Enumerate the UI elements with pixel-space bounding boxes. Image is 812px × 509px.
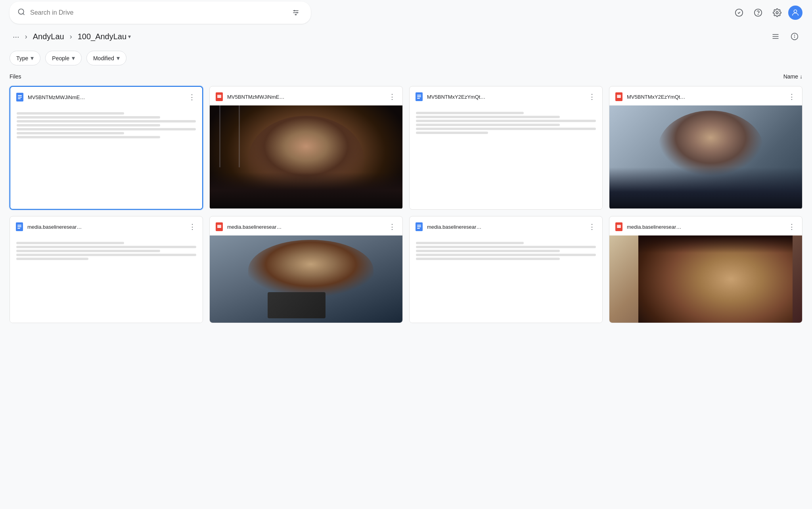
doc-line — [416, 132, 488, 134]
breadcrumb-current-folder[interactable]: 100_AndyLau ▾ — [75, 31, 134, 43]
file-card-4[interactable]: MV5BNTMxY2EzYmQt… ⋮ — [609, 86, 802, 210]
help-button[interactable] — [750, 5, 766, 21]
svg-rect-20 — [18, 95, 22, 96]
header — [0, 0, 812, 25]
file-card-7[interactable]: media.baselineresear… ⋮ — [409, 216, 603, 323]
file-card-3[interactable]: MV5BNTMxY2EzYmQt… ⋮ — [409, 86, 603, 210]
doc-line — [16, 242, 124, 244]
doc-line — [16, 254, 196, 256]
people-filter-label: People — [52, 55, 69, 61]
svg-rect-36 — [17, 228, 20, 229]
file-6-menu-button[interactable]: ⋮ — [387, 221, 398, 232]
files-header: Files Name ↓ — [10, 73, 802, 80]
files-grid: MV5BNTMzMWJiNmE… ⋮ MV5BNTM — [10, 86, 802, 323]
file-4-name: MV5BNTMxY2EzYmQt… — [627, 94, 783, 100]
file-1-name: MV5BNTMzMWJiNmE… — [28, 94, 183, 100]
doc-line — [416, 128, 596, 130]
svg-rect-42 — [417, 226, 421, 227]
file-2-menu-button[interactable]: ⋮ — [387, 91, 398, 102]
file-card-1-header: MV5BNTMzMWJiNmE… ⋮ — [10, 87, 202, 106]
file-card-5-header: media.baselineresear… ⋮ — [10, 216, 203, 235]
search-input[interactable] — [30, 9, 284, 16]
sort-button[interactable]: Name ↓ — [783, 73, 802, 80]
doc-line — [416, 116, 560, 118]
type-filter-chip[interactable]: Type ▾ — [10, 51, 40, 65]
image-icon — [214, 92, 224, 101]
breadcrumb-bar: ··· › AndyLau › 100_AndyLau ▾ — [0, 25, 812, 48]
doc-line — [416, 112, 524, 114]
modified-filter-arrow: ▾ — [117, 54, 120, 62]
file-3-menu-button[interactable]: ⋮ — [586, 91, 598, 102]
doc-line — [17, 136, 160, 138]
check-circle-button[interactable] — [731, 5, 747, 21]
account-avatar[interactable] — [788, 6, 802, 20]
docs-icon-3 — [414, 92, 424, 101]
svg-line-1 — [23, 13, 25, 15]
svg-rect-21 — [18, 97, 22, 98]
file-5-menu-button[interactable]: ⋮ — [187, 221, 198, 232]
docs-icon-5 — [15, 222, 24, 232]
file-card-2-header: MV5BNTMzMWJiNmE… ⋮ — [210, 86, 402, 105]
file-2-name: MV5BNTMzMWJiNmE… — [227, 94, 383, 100]
file-3-name: MV5BNTMxY2EzYmQt… — [427, 94, 583, 100]
svg-rect-41 — [417, 225, 421, 226]
doc-line — [17, 112, 124, 115]
file-7-name: media.baselineresear… — [427, 224, 583, 230]
settings-button[interactable] — [769, 5, 785, 21]
people-filter-arrow: ▾ — [72, 54, 75, 62]
modified-filter-chip[interactable]: Modified ▾ — [86, 51, 126, 65]
type-filter-label: Type — [16, 55, 28, 61]
file-card-8-header: media.baselineresear… ⋮ — [609, 216, 802, 235]
doc-line — [416, 120, 596, 122]
files-section: Files Name ↓ MV5BNTMzMWJiNmE… ⋮ — [0, 70, 812, 326]
type-filter-arrow: ▾ — [31, 54, 34, 62]
doc-line — [17, 120, 196, 122]
file-card-8[interactable]: media.baselineresear… ⋮ — [609, 216, 802, 323]
breadcrumb-andylau[interactable]: AndyLau — [30, 31, 67, 43]
image-icon-8 — [614, 222, 624, 232]
svg-point-5 — [294, 10, 295, 11]
doc-line — [17, 116, 160, 119]
modified-filter-label: Modified — [93, 55, 114, 61]
doc-line — [17, 128, 196, 130]
file-card-6-header: media.baselineresear… ⋮ — [210, 216, 402, 235]
doc-line — [16, 258, 88, 260]
file-card-5[interactable]: media.baselineresear… ⋮ — [10, 216, 203, 323]
breadcrumb-more-button[interactable]: ··· — [10, 31, 23, 43]
svg-rect-28 — [417, 96, 421, 97]
search-icon — [17, 8, 25, 17]
svg-point-11 — [776, 11, 778, 14]
file-card-4-header: MV5BNTMxY2EzYmQt… ⋮ — [609, 86, 802, 105]
doc-line — [416, 242, 524, 244]
file-card-7-header: media.baselineresear… ⋮ — [410, 216, 602, 235]
image-icon-6 — [214, 222, 224, 232]
svg-rect-29 — [417, 98, 420, 99]
svg-rect-34 — [17, 225, 21, 226]
filter-options-button[interactable] — [289, 6, 303, 20]
filter-bar: Type ▾ People ▾ Modified ▾ — [0, 48, 812, 70]
header-right — [731, 5, 802, 21]
info-button[interactable] — [787, 29, 802, 44]
docs-icon-7 — [414, 222, 424, 232]
file-4-preview — [609, 105, 802, 209]
file-3-preview — [410, 105, 602, 209]
file-1-menu-button[interactable]: ⋮ — [186, 92, 197, 103]
breadcrumb-chevron-2: › — [69, 33, 73, 41]
breadcrumb-right-actions — [768, 29, 802, 44]
file-card-1[interactable]: MV5BNTMzMWJiNmE… ⋮ — [10, 86, 203, 210]
svg-point-0 — [19, 9, 24, 14]
doc-line — [416, 254, 596, 256]
file-1-preview — [10, 106, 202, 209]
people-filter-chip[interactable]: People ▾ — [45, 51, 82, 65]
file-7-menu-button[interactable]: ⋮ — [586, 221, 598, 232]
doc-line — [16, 246, 196, 248]
file-card-6[interactable]: media.baselineresear… ⋮ — [209, 216, 403, 323]
doc-line — [17, 132, 124, 134]
file-5-name: media.baselineresear… — [27, 224, 184, 230]
file-4-menu-button[interactable]: ⋮ — [786, 91, 797, 102]
files-label: Files — [10, 73, 21, 80]
list-view-button[interactable] — [768, 29, 783, 44]
file-8-menu-button[interactable]: ⋮ — [786, 221, 797, 232]
file-6-name: media.baselineresear… — [227, 224, 383, 230]
file-card-2[interactable]: MV5BNTMzMWJiNmE… ⋮ — [209, 86, 403, 210]
